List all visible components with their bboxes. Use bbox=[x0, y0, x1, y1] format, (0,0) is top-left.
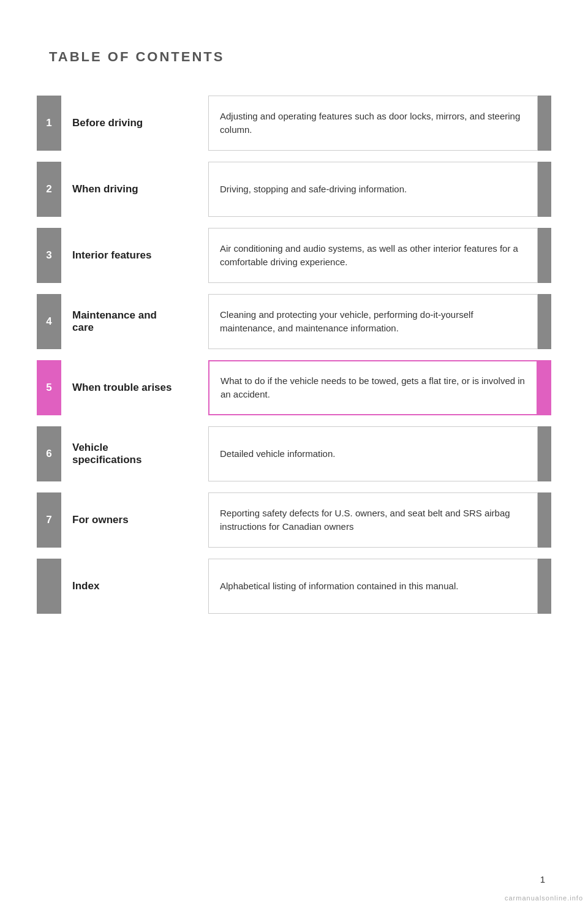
entry-number-3: 3 bbox=[37, 228, 61, 283]
entry-title-for-owners: For owners bbox=[61, 508, 184, 532]
entry-left: 2 When driving bbox=[37, 162, 208, 217]
entry-right-bar-7 bbox=[538, 492, 551, 548]
entry-left: 4 Maintenance and care bbox=[37, 294, 208, 349]
toc-entry-index: Index Alphabetical listing of informatio… bbox=[37, 559, 551, 614]
page-container: TABLE OF CONTENTS 1 Before driving Adjus… bbox=[0, 0, 588, 909]
toc-entry-when-trouble: 5 When trouble arises What to do if the … bbox=[37, 360, 551, 415]
entry-description-before-driving: Adjusting and operating features such as… bbox=[208, 96, 538, 151]
toc-entry-before-driving: 1 Before driving Adjusting and operating… bbox=[37, 96, 551, 151]
entry-description-maintenance: Cleaning and protecting your vehicle, pe… bbox=[208, 294, 538, 349]
entry-number-4: 4 bbox=[37, 294, 61, 349]
entry-desc-wrapper: What to do if the vehicle needs to be to… bbox=[208, 360, 551, 415]
entry-right-bar-1 bbox=[538, 96, 551, 151]
toc-entry-for-owners: 7 For owners Reporting safety defects fo… bbox=[37, 492, 551, 548]
entry-desc-wrapper: Reporting safety defects for U.S. owners… bbox=[208, 492, 551, 548]
toc-entry-interior-features: 3 Interior features Air conditioning and… bbox=[37, 228, 551, 283]
entry-number-1: 1 bbox=[37, 96, 61, 151]
entry-desc-wrapper: Driving, stopping and safe-driving infor… bbox=[208, 162, 551, 217]
watermark: carmanualsonline.info bbox=[500, 893, 588, 903]
entry-description-index: Alphabetical listing of information cont… bbox=[208, 559, 538, 614]
entry-right-bar-index bbox=[538, 559, 551, 614]
entry-left: Index bbox=[37, 559, 208, 614]
entry-number-7: 7 bbox=[37, 492, 61, 548]
entry-title-interior-features: Interior features bbox=[61, 243, 184, 268]
entry-left: 6 Vehicle specifications bbox=[37, 426, 208, 481]
entry-description-vehicle-specs: Detailed vehicle information. bbox=[208, 426, 538, 481]
entry-title-when-driving: When driving bbox=[61, 177, 184, 202]
entry-right-bar-4 bbox=[538, 294, 551, 349]
entry-right-bar-2 bbox=[538, 162, 551, 217]
entry-right-bar-5 bbox=[538, 360, 551, 415]
entry-title-maintenance: Maintenance and care bbox=[61, 303, 184, 340]
entry-desc-wrapper: Alphabetical listing of information cont… bbox=[208, 559, 551, 614]
entry-title-before-driving: Before driving bbox=[61, 111, 184, 135]
entry-number-5: 5 bbox=[37, 360, 61, 415]
entry-title-when-trouble: When trouble arises bbox=[61, 375, 184, 400]
entry-title-index: Index bbox=[61, 574, 184, 598]
toc-entry-vehicle-specs: 6 Vehicle specifications Detailed vehicl… bbox=[37, 426, 551, 481]
entry-title-vehicle-specs: Vehicle specifications bbox=[61, 436, 184, 472]
entry-desc-wrapper: Air conditioning and audio systems, as w… bbox=[208, 228, 551, 283]
entry-number-index bbox=[37, 559, 61, 614]
entry-left: 3 Interior features bbox=[37, 228, 208, 283]
entry-number-6: 6 bbox=[37, 426, 61, 481]
entry-number-2: 2 bbox=[37, 162, 61, 217]
page-title: TABLE OF CONTENTS bbox=[49, 49, 551, 65]
entry-description-for-owners: Reporting safety defects for U.S. owners… bbox=[208, 492, 538, 548]
entry-desc-wrapper: Adjusting and operating features such as… bbox=[208, 96, 551, 151]
entry-desc-wrapper: Detailed vehicle information. bbox=[208, 426, 551, 481]
entry-right-bar-3 bbox=[538, 228, 551, 283]
entry-description-when-driving: Driving, stopping and safe-driving infor… bbox=[208, 162, 538, 217]
entry-description-interior-features: Air conditioning and audio systems, as w… bbox=[208, 228, 538, 283]
entry-left: 7 For owners bbox=[37, 492, 208, 548]
toc-entries: 1 Before driving Adjusting and operating… bbox=[37, 96, 551, 614]
entry-desc-wrapper: Cleaning and protecting your vehicle, pe… bbox=[208, 294, 551, 349]
page-number: 1 bbox=[540, 874, 545, 884]
entry-left: 5 When trouble arises bbox=[37, 360, 208, 415]
entry-description-when-trouble: What to do if the vehicle needs to be to… bbox=[208, 360, 538, 415]
toc-entry-when-driving: 2 When driving Driving, stopping and saf… bbox=[37, 162, 551, 217]
toc-entry-maintenance: 4 Maintenance and care Cleaning and prot… bbox=[37, 294, 551, 349]
entry-left: 1 Before driving bbox=[37, 96, 208, 151]
entry-right-bar-6 bbox=[538, 426, 551, 481]
